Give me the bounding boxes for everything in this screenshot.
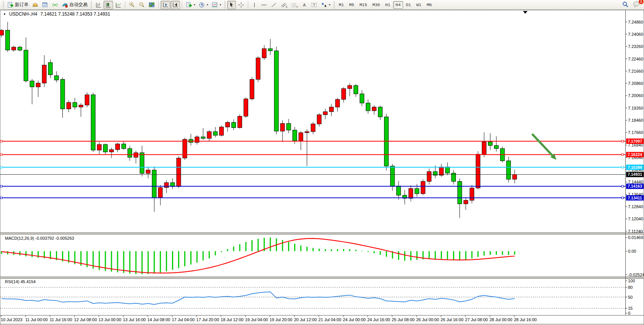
candle xyxy=(470,188,474,200)
candle xyxy=(128,148,132,157)
candle xyxy=(329,107,333,112)
svg-text:7.18460: 7.18460 xyxy=(628,118,643,123)
candle xyxy=(494,145,499,148)
candle xyxy=(305,132,309,133)
svg-text:7.17660: 7.17660 xyxy=(628,130,643,135)
svg-text:24 Jul 00:00: 24 Jul 00:00 xyxy=(343,317,366,322)
svg-text:13 Jul 00:00: 13 Jul 00:00 xyxy=(99,317,121,322)
candle xyxy=(335,99,340,107)
svg-text:-0.02524: -0.02524 xyxy=(628,272,644,277)
svg-text:25 Jul 08:00: 25 Jul 08:00 xyxy=(392,317,414,322)
svg-text:13 Jul 16:00: 13 Jul 16:00 xyxy=(123,317,146,322)
candle xyxy=(238,116,242,128)
candle xyxy=(268,49,273,51)
svg-text:11 Jul 00:00: 11 Jul 00:00 xyxy=(25,317,48,322)
svg-text:7.24060: 7.24060 xyxy=(628,32,643,37)
svg-text:7.15399: 7.15399 xyxy=(628,165,642,170)
candle xyxy=(177,158,181,186)
svg-text:21 Jul 04:00: 21 Jul 04:00 xyxy=(319,317,341,322)
candle xyxy=(378,107,383,117)
candle xyxy=(427,172,431,182)
svg-text:80: 80 xyxy=(628,285,633,290)
candle xyxy=(360,94,364,103)
candle xyxy=(391,166,395,186)
candle xyxy=(0,30,4,35)
line-handle[interactable] xyxy=(622,197,623,199)
svg-text:14 Jul 08:00: 14 Jul 08:00 xyxy=(147,317,170,322)
candle xyxy=(48,62,53,75)
candle xyxy=(281,123,285,131)
svg-text:26 Jul 00:00: 26 Jul 00:00 xyxy=(416,317,439,322)
candle xyxy=(476,154,480,188)
line-handle[interactable] xyxy=(622,166,623,168)
candle xyxy=(366,103,370,111)
svg-text:7.20060: 7.20060 xyxy=(628,93,643,98)
candle xyxy=(6,30,10,50)
svg-text:7.23260: 7.23260 xyxy=(628,44,643,49)
svg-text:10 Jul 2023: 10 Jul 2023 xyxy=(1,317,22,322)
chart-canvas[interactable]: 7.248607.240607.232607.224607.216607.208… xyxy=(0,0,644,325)
chart-title[interactable]: ▼ USDCNH-,H4 7.14621 7.15248 7.14353 7.1… xyxy=(3,11,110,17)
candle xyxy=(115,144,120,150)
svg-text:7.12040: 7.12040 xyxy=(628,217,643,221)
macd-label: MACD(12,26,9) -0.003792 -0.005263 xyxy=(5,236,74,241)
line-handle[interactable] xyxy=(0,166,2,168)
svg-text:7.20860: 7.20860 xyxy=(628,81,643,86)
svg-text:28 Jul 16:00: 28 Jul 16:00 xyxy=(514,317,537,322)
candle xyxy=(91,95,95,150)
candle xyxy=(213,132,217,135)
line-handle[interactable] xyxy=(622,154,623,156)
svg-text:28 Jul 00:00: 28 Jul 00:00 xyxy=(489,317,512,322)
symbol-dropdown-icon[interactable]: ▼ xyxy=(3,13,6,16)
candle xyxy=(317,115,321,124)
svg-text:7.14163: 7.14163 xyxy=(628,184,642,188)
candle xyxy=(287,123,291,130)
candle xyxy=(341,89,346,99)
svg-text:18 Jul 12:00: 18 Jul 12:00 xyxy=(221,317,244,322)
svg-text:17 Jul 20:00: 17 Jul 20:00 xyxy=(196,317,219,322)
svg-text:11 Jul 16:00: 11 Jul 16:00 xyxy=(49,317,72,322)
candle xyxy=(12,47,16,50)
candle xyxy=(18,47,22,50)
line-handle[interactable] xyxy=(0,154,2,156)
candle xyxy=(323,112,327,115)
svg-text:19 Jul 20:00: 19 Jul 20:00 xyxy=(269,317,292,322)
candle xyxy=(158,188,163,198)
candle xyxy=(433,172,437,175)
candle xyxy=(415,188,419,194)
line-handle[interactable] xyxy=(0,140,2,142)
svg-text:7.24860: 7.24860 xyxy=(628,20,643,24)
candle xyxy=(146,170,150,174)
candle xyxy=(30,81,34,87)
candle xyxy=(445,167,450,173)
candle xyxy=(201,137,205,139)
svg-text:7.11240: 7.11240 xyxy=(628,229,643,234)
candle xyxy=(513,174,517,179)
candle xyxy=(421,182,425,194)
line-handle[interactable] xyxy=(0,197,2,199)
candle xyxy=(207,132,211,139)
candle xyxy=(244,99,248,116)
candle xyxy=(409,188,413,198)
candle xyxy=(152,170,156,198)
svg-text:7.12840: 7.12840 xyxy=(628,204,643,209)
candle xyxy=(97,145,101,150)
candle xyxy=(219,127,223,135)
candle xyxy=(42,65,46,83)
svg-text:0.014691: 0.014691 xyxy=(628,235,644,240)
candle xyxy=(103,145,107,152)
line-handle[interactable] xyxy=(622,140,623,142)
candle xyxy=(24,50,28,81)
candle xyxy=(372,107,376,111)
svg-text:20 Jul 12:00: 20 Jul 12:00 xyxy=(294,317,317,322)
candle xyxy=(464,200,468,204)
candle xyxy=(164,183,169,188)
ohlc-values: 7.14621 7.15248 7.14353 7.14931 xyxy=(40,11,110,17)
svg-text:7.16224: 7.16224 xyxy=(628,152,642,157)
candle xyxy=(109,150,113,152)
svg-text:19 Jul 04:00: 19 Jul 04:00 xyxy=(245,317,268,322)
symbol-label: USDCNH-,H4 xyxy=(9,11,37,17)
candle xyxy=(488,142,493,145)
line-handle[interactable] xyxy=(622,185,623,187)
line-handle[interactable] xyxy=(0,185,2,187)
